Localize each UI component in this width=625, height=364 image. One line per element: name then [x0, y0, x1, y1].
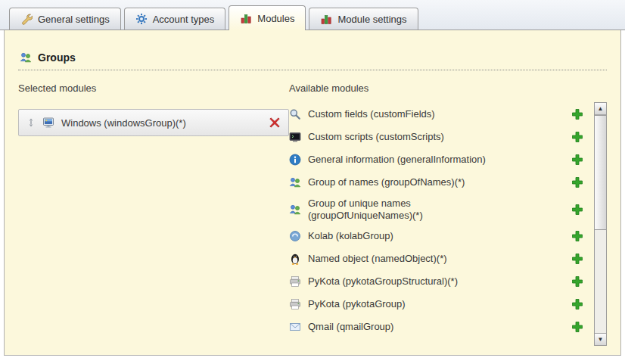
- scrollbar-thumb[interactable]: [595, 115, 606, 230]
- group-icon: [20, 51, 32, 64]
- tab-general-settings[interactable]: General settings: [9, 8, 121, 30]
- add-module-button[interactable]: [571, 176, 583, 188]
- selected-modules-column: Selected modules Windows (windowsGroup)(…: [18, 82, 289, 346]
- available-module-row: Qmail (qmailGroup): [289, 316, 588, 338]
- info-icon: [289, 154, 301, 166]
- scrollbar-track[interactable]: [595, 115, 606, 333]
- selected-module-label: Windows (windowsGroup)(*): [61, 117, 186, 129]
- available-module-label: Kolab (kolabGroup): [308, 230, 511, 242]
- tab-label: Module settings: [337, 14, 406, 25]
- add-module-button[interactable]: [571, 154, 583, 166]
- magnifier-icon: [289, 108, 301, 120]
- selected-module-row[interactable]: Windows (windowsGroup)(*): [18, 109, 289, 136]
- section-header-groups: Groups: [18, 41, 607, 70]
- remove-module-button[interactable]: [269, 117, 281, 129]
- available-module-label: Qmail (qmailGroup): [308, 321, 511, 333]
- group-icon: [289, 204, 301, 216]
- add-module-button[interactable]: [571, 230, 583, 242]
- tab-label: Modules: [257, 13, 294, 24]
- printer-icon: [289, 298, 301, 310]
- tab-bar: General settings Account types Modules M…: [0, 0, 625, 30]
- group-icon: [289, 176, 301, 188]
- available-module-row: Named object (namedObject)(*): [289, 247, 588, 270]
- available-module-label: Named object (namedObject)(*): [308, 253, 511, 265]
- scroll-up-button[interactable]: ▲: [595, 103, 606, 115]
- modules-icon: [240, 12, 252, 24]
- tab-label: General settings: [38, 14, 110, 25]
- add-module-button[interactable]: [571, 275, 583, 288]
- section-title: Groups: [38, 51, 76, 64]
- monitor-icon: [42, 117, 54, 129]
- available-module-row: Custom scripts (customScripts): [289, 126, 588, 148]
- available-modules-header: Available modules: [289, 82, 588, 94]
- tab-modules[interactable]: Modules: [229, 5, 306, 30]
- add-module-button[interactable]: [571, 321, 583, 333]
- available-module-label: PyKota (pykotaGroupStructural)(*): [308, 275, 511, 288]
- add-module-button[interactable]: [571, 131, 583, 143]
- drag-icon[interactable]: [26, 117, 36, 128]
- available-module-row: Group of unique names (groupOfUniqueName…: [289, 194, 588, 225]
- available-module-row: Group of names (groupOfNames)(*): [289, 171, 588, 194]
- terminal-icon: [289, 131, 301, 143]
- printer-icon: [289, 275, 301, 288]
- available-module-label: Custom scripts (customScripts): [308, 131, 511, 143]
- penguin-icon: [289, 253, 301, 265]
- add-module-button[interactable]: [571, 298, 583, 310]
- available-module-row: Custom fields (customFields): [289, 103, 588, 126]
- scroll-down-button[interactable]: ▼: [595, 333, 606, 345]
- wrench-icon: [20, 13, 33, 25]
- mail-icon: [289, 321, 301, 333]
- available-module-label: PyKota (pykotaGroup): [308, 298, 511, 310]
- available-module-row: Kolab (kolabGroup): [289, 225, 588, 247]
- available-modules-list: Custom fields (customFields) Custom scri…: [289, 103, 588, 338]
- add-module-button[interactable]: [571, 253, 583, 265]
- tab-module-settings[interactable]: Module settings: [309, 8, 418, 30]
- gear-icon: [135, 13, 148, 25]
- available-modules-column: Available modules Custom fields (customF…: [289, 82, 607, 346]
- available-module-label: Custom fields (customFields): [308, 108, 511, 120]
- tab-label: Account types: [153, 14, 215, 25]
- available-module-label: General information (generalInformation): [308, 154, 511, 166]
- available-module-label: Group of names (groupOfNames)(*): [308, 176, 511, 188]
- selected-modules-header: Selected modules: [18, 82, 289, 94]
- add-module-button[interactable]: [571, 108, 583, 120]
- available-module-row: General information (generalInformation): [289, 148, 588, 171]
- kolab-icon: [289, 230, 301, 242]
- available-module-row: PyKota (pykotaGroup): [289, 293, 588, 316]
- available-module-row: PyKota (pykotaGroupStructural)(*): [289, 270, 588, 293]
- tab-account-types[interactable]: Account types: [124, 8, 226, 30]
- modules-icon: [320, 13, 332, 25]
- available-module-label: Group of unique names (groupOfUniqueName…: [308, 198, 511, 221]
- modules-panel: Groups Selected modules Windows (windows…: [4, 30, 621, 356]
- available-modules-scrollbar[interactable]: ▲ ▼: [594, 102, 607, 346]
- add-module-button[interactable]: [571, 204, 583, 216]
